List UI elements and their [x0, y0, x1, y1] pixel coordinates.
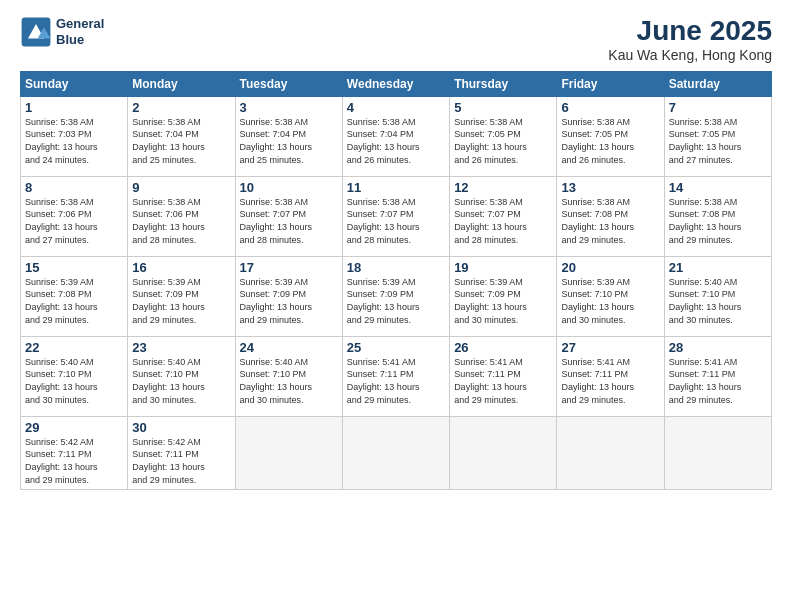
day-info: Sunrise: 5:40 AM Sunset: 7:10 PM Dayligh… [240, 356, 338, 406]
day-number: 24 [240, 340, 338, 355]
day-info: Sunrise: 5:40 AM Sunset: 7:10 PM Dayligh… [25, 356, 123, 406]
table-row: 19Sunrise: 5:39 AM Sunset: 7:09 PM Dayli… [450, 256, 557, 336]
day-info: Sunrise: 5:39 AM Sunset: 7:09 PM Dayligh… [347, 276, 445, 326]
table-row: 21Sunrise: 5:40 AM Sunset: 7:10 PM Dayli… [664, 256, 771, 336]
header: General Blue June 2025 Kau Wa Keng, Hong… [20, 16, 772, 63]
col-monday: Monday [128, 71, 235, 96]
day-info: Sunrise: 5:38 AM Sunset: 7:05 PM Dayligh… [561, 116, 659, 166]
table-row: 9Sunrise: 5:38 AM Sunset: 7:06 PM Daylig… [128, 176, 235, 256]
table-row: 28Sunrise: 5:41 AM Sunset: 7:11 PM Dayli… [664, 336, 771, 416]
col-tuesday: Tuesday [235, 71, 342, 96]
table-row: 26Sunrise: 5:41 AM Sunset: 7:11 PM Dayli… [450, 336, 557, 416]
day-number: 19 [454, 260, 552, 275]
day-number: 30 [132, 420, 230, 435]
col-friday: Friday [557, 71, 664, 96]
calendar-week-row: 22Sunrise: 5:40 AM Sunset: 7:10 PM Dayli… [21, 336, 772, 416]
day-number: 3 [240, 100, 338, 115]
table-row: 29Sunrise: 5:42 AM Sunset: 7:11 PM Dayli… [21, 416, 128, 489]
day-info: Sunrise: 5:38 AM Sunset: 7:08 PM Dayligh… [669, 196, 767, 246]
table-row: 15Sunrise: 5:39 AM Sunset: 7:08 PM Dayli… [21, 256, 128, 336]
day-info: Sunrise: 5:39 AM Sunset: 7:09 PM Dayligh… [454, 276, 552, 326]
table-row: 20Sunrise: 5:39 AM Sunset: 7:10 PM Dayli… [557, 256, 664, 336]
day-info: Sunrise: 5:38 AM Sunset: 7:07 PM Dayligh… [454, 196, 552, 246]
day-number: 27 [561, 340, 659, 355]
table-row: 10Sunrise: 5:38 AM Sunset: 7:07 PM Dayli… [235, 176, 342, 256]
day-number: 8 [25, 180, 123, 195]
title-block: June 2025 Kau Wa Keng, Hong Kong [608, 16, 772, 63]
day-info: Sunrise: 5:41 AM Sunset: 7:11 PM Dayligh… [454, 356, 552, 406]
day-info: Sunrise: 5:41 AM Sunset: 7:11 PM Dayligh… [669, 356, 767, 406]
day-number: 5 [454, 100, 552, 115]
day-number: 28 [669, 340, 767, 355]
day-number: 15 [25, 260, 123, 275]
table-row [235, 416, 342, 489]
calendar-week-row: 29Sunrise: 5:42 AM Sunset: 7:11 PM Dayli… [21, 416, 772, 489]
table-row [557, 416, 664, 489]
subtitle: Kau Wa Keng, Hong Kong [608, 47, 772, 63]
day-info: Sunrise: 5:38 AM Sunset: 7:05 PM Dayligh… [454, 116, 552, 166]
day-info: Sunrise: 5:40 AM Sunset: 7:10 PM Dayligh… [669, 276, 767, 326]
col-sunday: Sunday [21, 71, 128, 96]
day-number: 2 [132, 100, 230, 115]
day-number: 13 [561, 180, 659, 195]
day-info: Sunrise: 5:42 AM Sunset: 7:11 PM Dayligh… [25, 436, 123, 486]
table-row: 2Sunrise: 5:38 AM Sunset: 7:04 PM Daylig… [128, 96, 235, 176]
table-row: 13Sunrise: 5:38 AM Sunset: 7:08 PM Dayli… [557, 176, 664, 256]
day-info: Sunrise: 5:38 AM Sunset: 7:03 PM Dayligh… [25, 116, 123, 166]
day-info: Sunrise: 5:38 AM Sunset: 7:08 PM Dayligh… [561, 196, 659, 246]
table-row: 12Sunrise: 5:38 AM Sunset: 7:07 PM Dayli… [450, 176, 557, 256]
table-row: 3Sunrise: 5:38 AM Sunset: 7:04 PM Daylig… [235, 96, 342, 176]
table-row [450, 416, 557, 489]
day-info: Sunrise: 5:41 AM Sunset: 7:11 PM Dayligh… [561, 356, 659, 406]
table-row: 6Sunrise: 5:38 AM Sunset: 7:05 PM Daylig… [557, 96, 664, 176]
calendar-header-row: Sunday Monday Tuesday Wednesday Thursday… [21, 71, 772, 96]
day-number: 4 [347, 100, 445, 115]
table-row: 1Sunrise: 5:38 AM Sunset: 7:03 PM Daylig… [21, 96, 128, 176]
table-row [664, 416, 771, 489]
day-number: 7 [669, 100, 767, 115]
day-info: Sunrise: 5:38 AM Sunset: 7:06 PM Dayligh… [25, 196, 123, 246]
day-number: 10 [240, 180, 338, 195]
table-row: 23Sunrise: 5:40 AM Sunset: 7:10 PM Dayli… [128, 336, 235, 416]
day-number: 16 [132, 260, 230, 275]
logo-icon [20, 16, 52, 48]
table-row: 30Sunrise: 5:42 AM Sunset: 7:11 PM Dayli… [128, 416, 235, 489]
day-info: Sunrise: 5:40 AM Sunset: 7:10 PM Dayligh… [132, 356, 230, 406]
day-info: Sunrise: 5:38 AM Sunset: 7:06 PM Dayligh… [132, 196, 230, 246]
table-row: 22Sunrise: 5:40 AM Sunset: 7:10 PM Dayli… [21, 336, 128, 416]
day-info: Sunrise: 5:39 AM Sunset: 7:10 PM Dayligh… [561, 276, 659, 326]
day-number: 9 [132, 180, 230, 195]
table-row: 7Sunrise: 5:38 AM Sunset: 7:05 PM Daylig… [664, 96, 771, 176]
table-row: 18Sunrise: 5:39 AM Sunset: 7:09 PM Dayli… [342, 256, 449, 336]
col-wednesday: Wednesday [342, 71, 449, 96]
table-row [342, 416, 449, 489]
day-number: 21 [669, 260, 767, 275]
day-info: Sunrise: 5:38 AM Sunset: 7:07 PM Dayligh… [347, 196, 445, 246]
table-row: 24Sunrise: 5:40 AM Sunset: 7:10 PM Dayli… [235, 336, 342, 416]
day-number: 6 [561, 100, 659, 115]
day-info: Sunrise: 5:38 AM Sunset: 7:04 PM Dayligh… [347, 116, 445, 166]
table-row: 4Sunrise: 5:38 AM Sunset: 7:04 PM Daylig… [342, 96, 449, 176]
day-info: Sunrise: 5:39 AM Sunset: 7:08 PM Dayligh… [25, 276, 123, 326]
col-saturday: Saturday [664, 71, 771, 96]
day-info: Sunrise: 5:38 AM Sunset: 7:04 PM Dayligh… [240, 116, 338, 166]
day-number: 12 [454, 180, 552, 195]
calendar-week-row: 1Sunrise: 5:38 AM Sunset: 7:03 PM Daylig… [21, 96, 772, 176]
day-info: Sunrise: 5:42 AM Sunset: 7:11 PM Dayligh… [132, 436, 230, 486]
logo-text: General Blue [56, 16, 104, 47]
table-row: 16Sunrise: 5:39 AM Sunset: 7:09 PM Dayli… [128, 256, 235, 336]
day-number: 18 [347, 260, 445, 275]
table-row: 8Sunrise: 5:38 AM Sunset: 7:06 PM Daylig… [21, 176, 128, 256]
table-row: 25Sunrise: 5:41 AM Sunset: 7:11 PM Dayli… [342, 336, 449, 416]
day-number: 29 [25, 420, 123, 435]
day-number: 25 [347, 340, 445, 355]
calendar-week-row: 15Sunrise: 5:39 AM Sunset: 7:08 PM Dayli… [21, 256, 772, 336]
day-info: Sunrise: 5:38 AM Sunset: 7:05 PM Dayligh… [669, 116, 767, 166]
main-title: June 2025 [608, 16, 772, 47]
calendar-week-row: 8Sunrise: 5:38 AM Sunset: 7:06 PM Daylig… [21, 176, 772, 256]
day-number: 22 [25, 340, 123, 355]
day-info: Sunrise: 5:38 AM Sunset: 7:04 PM Dayligh… [132, 116, 230, 166]
day-number: 23 [132, 340, 230, 355]
day-number: 26 [454, 340, 552, 355]
day-number: 11 [347, 180, 445, 195]
